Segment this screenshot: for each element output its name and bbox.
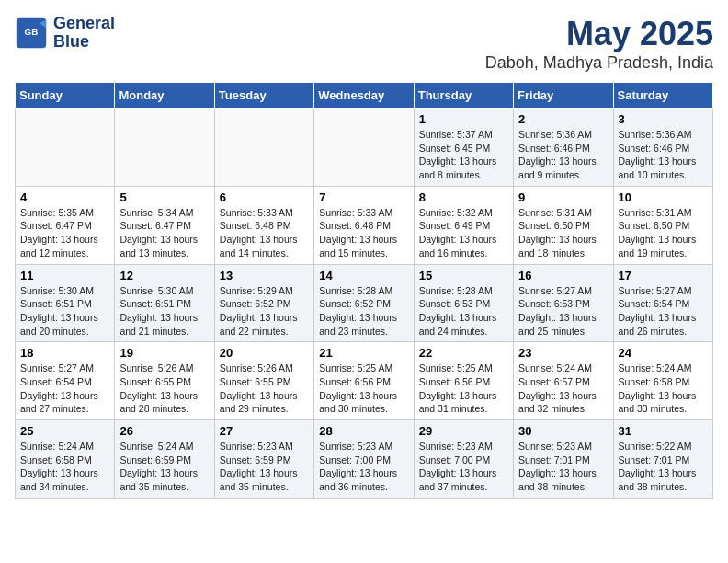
page-header: GB General Blue May 2025 Daboh, Madhya P… bbox=[15, 15, 713, 73]
day-number: 4 bbox=[20, 190, 109, 204]
day-info: Sunrise: 5:31 AM Sunset: 6:50 PM Dayligh… bbox=[518, 206, 608, 260]
calendar-cell: 3Sunrise: 5:36 AM Sunset: 6:46 PM Daylig… bbox=[613, 109, 712, 187]
day-info: Sunrise: 5:27 AM Sunset: 6:54 PM Dayligh… bbox=[619, 284, 708, 339]
day-info: Sunrise: 5:23 AM Sunset: 6:59 PM Dayligh… bbox=[220, 440, 309, 494]
day-info: Sunrise: 5:25 AM Sunset: 6:56 PM Dayligh… bbox=[419, 362, 508, 416]
calendar-cell: 20Sunrise: 5:26 AM Sunset: 6:55 PM Dayli… bbox=[214, 342, 313, 420]
calendar-cell: 31Sunrise: 5:22 AM Sunset: 7:01 PM Dayli… bbox=[613, 420, 712, 499]
calendar-cell: 22Sunrise: 5:25 AM Sunset: 6:56 PM Dayli… bbox=[414, 342, 513, 420]
day-info: Sunrise: 5:29 AM Sunset: 6:52 PM Dayligh… bbox=[220, 284, 309, 339]
day-info: Sunrise: 5:36 AM Sunset: 6:46 PM Dayligh… bbox=[619, 128, 708, 182]
title-section: May 2025 Daboh, Madhya Pradesh, India bbox=[485, 15, 713, 73]
week-row-4: 18Sunrise: 5:27 AM Sunset: 6:54 PM Dayli… bbox=[16, 342, 713, 420]
day-info: Sunrise: 5:33 AM Sunset: 6:48 PM Dayligh… bbox=[319, 206, 408, 260]
calendar-cell: 11Sunrise: 5:30 AM Sunset: 6:51 PM Dayli… bbox=[16, 264, 115, 342]
day-number: 29 bbox=[419, 424, 508, 438]
day-number: 31 bbox=[619, 424, 708, 438]
day-number: 8 bbox=[419, 190, 508, 204]
day-number: 6 bbox=[220, 190, 309, 204]
day-number: 7 bbox=[319, 190, 408, 204]
day-info: Sunrise: 5:34 AM Sunset: 6:47 PM Dayligh… bbox=[119, 206, 209, 260]
day-info: Sunrise: 5:25 AM Sunset: 6:56 PM Dayligh… bbox=[319, 362, 408, 416]
day-info: Sunrise: 5:30 AM Sunset: 6:51 PM Dayligh… bbox=[119, 284, 209, 339]
calendar-cell: 9Sunrise: 5:31 AM Sunset: 6:50 PM Daylig… bbox=[514, 186, 613, 264]
calendar-cell: 21Sunrise: 5:25 AM Sunset: 6:56 PM Dayli… bbox=[314, 342, 414, 420]
calendar-cell: 28Sunrise: 5:23 AM Sunset: 7:00 PM Dayli… bbox=[314, 420, 414, 499]
day-number: 10 bbox=[619, 190, 708, 204]
day-info: Sunrise: 5:30 AM Sunset: 6:51 PM Dayligh… bbox=[20, 284, 109, 339]
column-header-wednesday: Wednesday bbox=[314, 83, 414, 109]
day-info: Sunrise: 5:22 AM Sunset: 7:01 PM Dayligh… bbox=[619, 440, 708, 494]
day-number: 27 bbox=[220, 424, 309, 438]
column-header-friday: Friday bbox=[514, 83, 613, 109]
day-number: 26 bbox=[119, 424, 209, 438]
day-number: 21 bbox=[319, 346, 408, 360]
calendar-cell bbox=[115, 109, 214, 187]
day-info: Sunrise: 5:23 AM Sunset: 7:01 PM Dayligh… bbox=[518, 440, 608, 494]
day-number: 15 bbox=[419, 269, 508, 282]
day-info: Sunrise: 5:24 AM Sunset: 6:59 PM Dayligh… bbox=[119, 440, 209, 494]
week-row-3: 11Sunrise: 5:30 AM Sunset: 6:51 PM Dayli… bbox=[16, 264, 713, 342]
day-info: Sunrise: 5:35 AM Sunset: 6:47 PM Dayligh… bbox=[20, 206, 109, 260]
day-number: 16 bbox=[518, 269, 608, 282]
calendar-cell: 4Sunrise: 5:35 AM Sunset: 6:47 PM Daylig… bbox=[16, 186, 115, 264]
week-row-1: 1Sunrise: 5:37 AM Sunset: 6:45 PM Daylig… bbox=[16, 109, 713, 187]
day-number: 1 bbox=[419, 112, 508, 126]
day-number: 19 bbox=[119, 346, 209, 360]
day-info: Sunrise: 5:23 AM Sunset: 7:00 PM Dayligh… bbox=[319, 440, 408, 494]
calendar-cell: 16Sunrise: 5:27 AM Sunset: 6:53 PM Dayli… bbox=[514, 264, 613, 342]
calendar-cell bbox=[16, 109, 115, 187]
day-number: 9 bbox=[518, 190, 608, 204]
week-row-5: 25Sunrise: 5:24 AM Sunset: 6:58 PM Dayli… bbox=[16, 420, 713, 499]
column-header-monday: Monday bbox=[115, 83, 214, 109]
column-header-sunday: Sunday bbox=[16, 83, 115, 109]
logo-line2: Blue bbox=[53, 33, 115, 52]
week-row-2: 4Sunrise: 5:35 AM Sunset: 6:47 PM Daylig… bbox=[16, 186, 713, 264]
day-number: 3 bbox=[619, 112, 708, 126]
day-info: Sunrise: 5:31 AM Sunset: 6:50 PM Dayligh… bbox=[619, 206, 708, 260]
day-info: Sunrise: 5:32 AM Sunset: 6:49 PM Dayligh… bbox=[419, 206, 508, 260]
calendar-cell: 27Sunrise: 5:23 AM Sunset: 6:59 PM Dayli… bbox=[214, 420, 313, 499]
calendar-cell: 18Sunrise: 5:27 AM Sunset: 6:54 PM Dayli… bbox=[16, 342, 115, 420]
calendar-cell bbox=[214, 109, 313, 187]
day-number: 17 bbox=[619, 269, 708, 282]
calendar-cell: 6Sunrise: 5:33 AM Sunset: 6:48 PM Daylig… bbox=[214, 186, 313, 264]
day-number: 14 bbox=[319, 269, 408, 282]
day-number: 11 bbox=[20, 269, 109, 282]
calendar-cell: 23Sunrise: 5:24 AM Sunset: 6:57 PM Dayli… bbox=[514, 342, 613, 420]
day-number: 18 bbox=[20, 346, 109, 360]
column-header-thursday: Thursday bbox=[414, 83, 513, 109]
day-info: Sunrise: 5:37 AM Sunset: 6:45 PM Dayligh… bbox=[419, 128, 508, 182]
calendar-cell: 5Sunrise: 5:34 AM Sunset: 6:47 PM Daylig… bbox=[115, 186, 214, 264]
day-info: Sunrise: 5:26 AM Sunset: 6:55 PM Dayligh… bbox=[220, 362, 309, 416]
day-number: 20 bbox=[220, 346, 309, 360]
calendar-header-row: SundayMondayTuesdayWednesdayThursdayFrid… bbox=[16, 83, 713, 109]
calendar-cell: 30Sunrise: 5:23 AM Sunset: 7:01 PM Dayli… bbox=[514, 420, 613, 499]
main-title: May 2025 bbox=[485, 15, 713, 53]
day-info: Sunrise: 5:36 AM Sunset: 6:46 PM Dayligh… bbox=[518, 128, 608, 182]
calendar-cell: 29Sunrise: 5:23 AM Sunset: 7:00 PM Dayli… bbox=[414, 420, 513, 499]
day-number: 13 bbox=[220, 269, 309, 282]
day-number: 24 bbox=[619, 346, 708, 360]
calendar-cell: 7Sunrise: 5:33 AM Sunset: 6:48 PM Daylig… bbox=[314, 186, 414, 264]
logo-line1: General bbox=[53, 15, 115, 33]
day-info: Sunrise: 5:24 AM Sunset: 6:57 PM Dayligh… bbox=[518, 362, 608, 416]
day-number: 23 bbox=[518, 346, 608, 360]
calendar-cell: 26Sunrise: 5:24 AM Sunset: 6:59 PM Dayli… bbox=[115, 420, 214, 499]
calendar-cell: 15Sunrise: 5:28 AM Sunset: 6:53 PM Dayli… bbox=[414, 264, 513, 342]
day-info: Sunrise: 5:23 AM Sunset: 7:00 PM Dayligh… bbox=[419, 440, 508, 494]
logo: GB General Blue bbox=[15, 15, 115, 52]
day-info: Sunrise: 5:24 AM Sunset: 6:58 PM Dayligh… bbox=[619, 362, 708, 416]
day-number: 25 bbox=[20, 424, 109, 438]
day-number: 5 bbox=[119, 190, 209, 204]
day-number: 12 bbox=[119, 269, 209, 282]
day-info: Sunrise: 5:28 AM Sunset: 6:52 PM Dayligh… bbox=[319, 284, 408, 339]
calendar-cell bbox=[314, 109, 414, 187]
calendar-cell: 8Sunrise: 5:32 AM Sunset: 6:49 PM Daylig… bbox=[414, 186, 513, 264]
calendar-cell: 14Sunrise: 5:28 AM Sunset: 6:52 PM Dayli… bbox=[314, 264, 414, 342]
calendar-cell: 2Sunrise: 5:36 AM Sunset: 6:46 PM Daylig… bbox=[514, 109, 613, 187]
calendar-body: 1Sunrise: 5:37 AM Sunset: 6:45 PM Daylig… bbox=[16, 109, 713, 499]
day-info: Sunrise: 5:28 AM Sunset: 6:53 PM Dayligh… bbox=[419, 284, 508, 339]
day-info: Sunrise: 5:24 AM Sunset: 6:58 PM Dayligh… bbox=[20, 440, 109, 494]
column-header-saturday: Saturday bbox=[613, 83, 712, 109]
